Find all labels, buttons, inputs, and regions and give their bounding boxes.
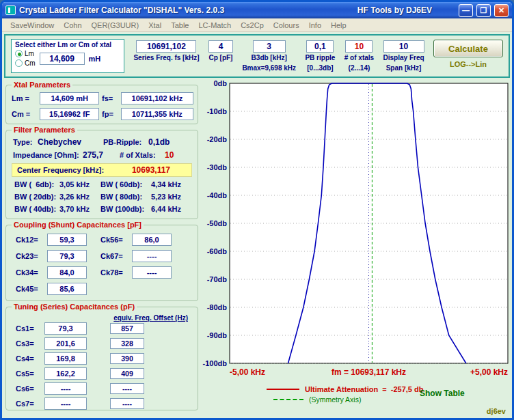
- menu-help[interactable]: Help: [326, 21, 351, 29]
- radio-cm-dot-icon[interactable]: [15, 59, 23, 67]
- bw-40db-label: BW ( 40db):: [14, 205, 59, 213]
- fs-value: 10691,102 kHz: [121, 92, 193, 104]
- pb-ripple-label: PB ripple: [305, 54, 335, 63]
- cs4-offset-value: 390: [110, 353, 144, 364]
- cs7-offset-value: ----: [110, 398, 144, 409]
- bw-6db-label: BW ( 6db):: [14, 180, 59, 188]
- type-value: Chebychev: [38, 137, 103, 147]
- cm-label: Cm =: [12, 110, 37, 118]
- menu-lc-match[interactable]: LC-Match: [193, 21, 236, 29]
- log-lin-toggle[interactable]: LOG-->Lin: [450, 60, 487, 68]
- calculate-button[interactable]: Calculate: [433, 40, 503, 57]
- cs6-label: Cs6=: [16, 384, 40, 393]
- center-frequency-row: Center Frequency [kHz]: 10693,117: [12, 163, 192, 177]
- cs5-offset-value: 409: [110, 368, 144, 379]
- pb-ripple-input[interactable]: [306, 40, 334, 53]
- menu-xtal[interactable]: Xtal: [144, 21, 166, 29]
- left-column: Xtal Parameters Lm = 14,609 mH fs= 10691…: [4, 79, 201, 416]
- tuning-row: Cs4= 169,8 390: [16, 352, 192, 365]
- bw-20db-value: 3,26 kHz: [59, 193, 100, 201]
- bw-80db-value: 5,23 kHz: [151, 193, 192, 201]
- cs4-label: Cs4=: [16, 354, 40, 363]
- select-row: Lm Cm mH: [15, 50, 120, 67]
- menu-qer-g3uur[interactable]: QER(G3UUR): [87, 21, 144, 29]
- app-window: Crystal Ladder Filter Calculator "DISHAL…: [0, 0, 514, 420]
- type-label: Type:: [13, 138, 38, 146]
- coupling-row: Ck12= 59,3: [16, 234, 87, 246]
- menu-cohn[interactable]: Cohn: [59, 21, 86, 29]
- cs5-value: 162,2: [44, 367, 87, 380]
- cs1-label: Cs1=: [16, 324, 40, 333]
- impedance-value: 275,7: [83, 150, 114, 160]
- red-line-sample-icon: [267, 389, 299, 390]
- radio-group: Lm Cm: [15, 50, 36, 67]
- maximize-button[interactable]: ❐: [476, 4, 491, 17]
- ck56-value: 86,0: [132, 234, 172, 246]
- impedance-label: Impedance [Ohm]:: [13, 151, 83, 159]
- chart-panel: 0db-10db-20db-30db-40db-50db-60db-70db-8…: [201, 79, 510, 416]
- menu-info[interactable]: Info: [304, 21, 326, 29]
- num-xtals-value: 10: [165, 150, 174, 160]
- cs3-offset-value: 328: [110, 338, 144, 349]
- green-dashed-line-sample-icon: [273, 399, 303, 400]
- ck12-label: Ck12=: [16, 236, 43, 244]
- cs1-offset-value: 857: [110, 323, 144, 334]
- bandwidth-grid: BW ( 6db): 3,05 kHz BW ( 60db): 4,34 kHz…: [14, 180, 192, 213]
- radio-lm-dot-icon[interactable]: [15, 50, 23, 57]
- ck34-value: 84,0: [47, 266, 87, 279]
- filter-type-row: Type: Chebychev PB-Ripple: 0,1db: [13, 137, 192, 147]
- display-span-input[interactable]: [383, 40, 424, 53]
- y-axis-tick-label: -100db: [203, 359, 228, 367]
- coupling-row: Ck45= 85,6: [16, 283, 87, 295]
- close-button[interactable]: ✕: [494, 4, 509, 17]
- radio-cm-label: Cm: [25, 59, 36, 67]
- calculate-column: Calculate LOG-->Lin: [433, 39, 503, 68]
- tuning-row: Cs5= 162,2 409: [16, 367, 192, 380]
- cs3-label: Cs3=: [16, 339, 40, 348]
- x-axis-label-center: fm = 10693,117 kHz: [332, 367, 406, 377]
- ultimate-attenuation-label: Ultimate Attenuation = -257,5 db: [305, 385, 423, 393]
- coupling-row: Ck67= ----: [100, 250, 172, 262]
- cp-label: Cp [pF]: [208, 54, 232, 63]
- menu-colours[interactable]: Colours: [269, 21, 304, 29]
- legend-row-symmetry-axis: (Symmetry Axis): [267, 394, 510, 404]
- tuning-row: Cs1= 79,3 857: [16, 322, 192, 335]
- radio-cm[interactable]: Cm: [15, 59, 36, 67]
- menu-savewindow[interactable]: SaveWindow: [5, 21, 59, 29]
- xtal-parameters-group: Xtal Parameters Lm = 14,609 mH fs= 10691…: [5, 85, 198, 124]
- title-right-text: HF Tools by DJ6EV: [357, 5, 432, 15]
- y-axis-tick-label: -10db: [207, 107, 228, 115]
- series-freq-input[interactable]: [136, 40, 196, 53]
- minimize-button[interactable]: —: [459, 4, 473, 17]
- equiv-freq-offset-link[interactable]: equiv. Freq. Offset (Hz): [113, 314, 188, 322]
- cp-input[interactable]: [208, 40, 233, 53]
- menu-table[interactable]: Table: [166, 21, 193, 29]
- coupling-columns: Ck12= 59,3 Ck23= 79,3 Ck34= 84,0: [6, 231, 198, 300]
- pb-ripple-range-label: [0...3db]: [307, 64, 333, 73]
- num-xtals-range-label: (2...14): [349, 64, 370, 73]
- menu-cs2cp[interactable]: Cs2Cp: [236, 21, 269, 29]
- y-axis-tick-label: -20db: [207, 135, 228, 143]
- tuning-header: equiv. Freq. Offset (Hz): [6, 311, 198, 320]
- cs5-label: Cs5=: [16, 369, 40, 378]
- ck23-value: 79,3: [47, 250, 87, 262]
- show-table-button[interactable]: Show Table: [420, 389, 465, 398]
- lm-label: Lm =: [12, 94, 37, 102]
- cp-group: Cp [pF]: [208, 39, 233, 63]
- b3db-label: B3db [kHz]: [252, 54, 287, 63]
- num-xtals-label: # of xtals: [344, 54, 374, 63]
- y-axis-tick-label: -40db: [207, 191, 228, 199]
- top-controls-panel: Select either Lm or Cm of xtal Lm Cm m: [4, 34, 510, 78]
- num-xtals-group: # of xtals (2...14): [344, 39, 374, 72]
- title-bar: Crystal Ladder Filter Calculator "DISHAL…: [2, 2, 512, 18]
- num-xtals-label: # of Xtals:: [120, 151, 165, 159]
- coupling-row: Ck23= 79,3: [16, 250, 87, 262]
- ck67-value: ----: [132, 250, 172, 262]
- num-xtals-input[interactable]: [345, 40, 373, 53]
- lm-value-input[interactable]: [40, 53, 85, 65]
- b3db-input[interactable]: [253, 40, 286, 53]
- fp-value: 10711,355 kHz: [121, 108, 193, 120]
- xtal-row: Cm = 15,16962 fF fp= 10711,355 kHz: [12, 108, 193, 120]
- y-axis-tick-label: -70db: [207, 275, 228, 283]
- radio-lm[interactable]: Lm: [15, 50, 36, 57]
